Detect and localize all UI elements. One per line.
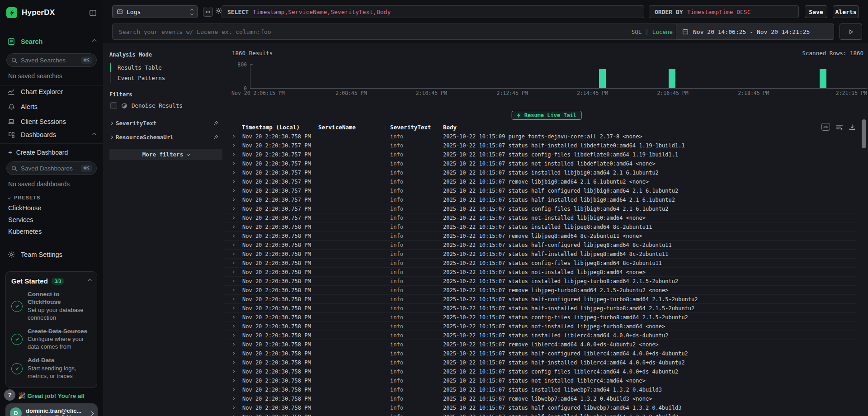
expand-row-chevron-icon[interactable] [225,153,239,156]
mode-event-patterns[interactable]: Event Patterns [111,73,220,83]
log-row[interactable]: Nov 20 2:20:30.758 PM info 2025-10-22 10… [225,358,857,367]
column-resize-handle[interactable] [437,124,437,130]
language-lucene-option[interactable]: Lucene [652,28,673,35]
log-row[interactable]: Nov 20 2:20:30.758 PM info 2025-10-22 10… [225,367,857,376]
help-button[interactable]: ? [4,389,15,401]
sidebar-item-chart-explorer[interactable]: Chart Explorer [0,84,103,99]
expand-row-chevron-icon[interactable] [225,280,239,282]
resume-live-tail-button[interactable]: Resume Live Tail [512,111,582,120]
expand-row-chevron-icon[interactable] [225,307,239,309]
chevron-up-icon[interactable] [92,39,97,44]
log-row[interactable]: Nov 20 2:20:30.758 PM info 2025-10-22 10… [225,340,857,349]
expand-row-chevron-icon[interactable] [225,388,239,391]
filter-group-severitytext[interactable]: SeverityText [109,116,220,130]
expand-row-chevron-icon[interactable] [225,379,239,382]
expand-row-chevron-icon[interactable] [225,397,239,400]
create-dashboard-button[interactable]: + Create Dashboard [0,144,103,157]
log-row[interactable]: Nov 20 2:20:30.758 PM info 2025-10-22 10… [225,322,857,331]
log-row[interactable]: Nov 20 2:20:30.758 PM info 2025-10-22 10… [225,277,857,286]
expand-row-chevron-icon[interactable] [225,144,239,147]
get-started-item[interactable]: Connect to ClickHouse Set up your databa… [11,291,91,322]
expand-row-chevron-icon[interactable] [225,370,239,373]
expand-row-chevron-icon[interactable] [225,208,239,210]
log-row[interactable]: Nov 20 2:20:30.757 PM info 2025-10-22 10… [225,204,857,213]
column-header-body[interactable]: Body [443,124,857,131]
sidebar-item-alerts[interactable]: Alerts [0,99,103,114]
expand-row-chevron-icon[interactable] [225,262,239,264]
log-row[interactable]: Nov 20 2:20:30.758 PM info 2025-10-22 10… [225,349,857,358]
save-button[interactable]: Save [805,5,827,18]
log-row[interactable]: Nov 20 2:20:30.757 PM info 2025-10-22 10… [225,186,857,195]
column-resize-handle[interactable] [386,124,386,130]
log-row[interactable]: Nov 20 2:20:30.757 PM info 2025-10-22 10… [225,213,857,222]
log-row[interactable]: Nov 20 2:20:30.758 PM info 2025-10-22 10… [225,394,857,403]
table-scrollbar[interactable] [862,119,866,414]
user-menu[interactable]: D dominic.tran@clic... dominic.tran@clic… [5,403,98,416]
expand-row-chevron-icon[interactable] [225,135,239,137]
run-query-button[interactable] [840,24,862,40]
pin-icon[interactable] [213,134,219,140]
filter-group-resourceschemaurl[interactable]: ResourceSchemaUrl [109,130,220,144]
expand-row-chevron-icon[interactable] [225,244,239,246]
expand-row-chevron-icon[interactable] [225,271,239,273]
sidebar-item-team-settings[interactable]: Team Settings [0,247,103,262]
log-row[interactable]: Nov 20 2:20:30.758 PM info 2025-10-22 10… [225,412,857,416]
log-row[interactable]: Nov 20 2:20:30.757 PM info 2025-10-22 10… [225,141,857,150]
log-row[interactable]: Nov 20 2:20:30.757 PM info 2025-10-22 10… [225,195,857,204]
expand-row-chevron-icon[interactable] [225,352,239,355]
chevron-up-icon[interactable] [92,132,97,137]
log-row[interactable]: Nov 20 2:20:30.758 PM info 2025-10-22 10… [225,268,857,277]
log-row[interactable]: Nov 20 2:20:30.758 PM info 2025-10-22 10… [225,313,857,322]
expand-row-chevron-icon[interactable] [225,325,239,327]
preset-dashboard-item[interactable]: Services [0,214,103,226]
collapse-sidebar-icon[interactable] [89,9,97,17]
log-row[interactable]: Nov 20 2:20:30.757 PM info 2025-10-22 10… [225,150,857,159]
expand-row-chevron-icon[interactable] [225,361,239,364]
log-row[interactable]: Nov 20 2:20:30.758 PM info 2025-10-22 10… [225,232,857,241]
code-toggle-icon[interactable]: <> [203,7,213,17]
column-header-timestamp[interactable]: Timestamp (Local) [239,124,318,131]
log-row[interactable]: Nov 20 2:20:30.758 PM info 2025-10-22 10… [225,250,857,259]
column-resize-handle[interactable] [313,124,313,130]
expand-row-chevron-icon[interactable] [225,253,239,255]
lucene-search-input[interactable]: Search your events w/ Lucene ex. column:… [112,24,679,40]
expand-row-chevron-icon[interactable] [225,343,239,345]
get-started-item[interactable]: Add Data Start sending logs, metrics, or… [11,357,91,380]
download-icon[interactable] [849,124,855,130]
language-sql-option[interactable]: SQL [632,28,642,35]
expand-row-chevron-icon[interactable] [225,189,239,192]
log-row[interactable]: Nov 20 2:20:30.757 PM info 2025-10-22 10… [225,168,857,177]
column-header-servicename[interactable]: ServiceName [318,124,390,131]
log-row[interactable]: Nov 20 2:20:30.758 PM info 2025-10-22 10… [225,222,857,232]
scrollbar-thumb[interactable] [862,119,866,148]
log-row[interactable]: Nov 20 2:20:30.757 PM info 2025-10-22 10… [225,159,857,168]
log-row[interactable]: Nov 20 2:20:30.757 PM info 2025-10-22 10… [225,177,857,186]
log-row[interactable]: Nov 20 2:20:30.758 PM info 2025-10-22 10… [225,331,857,340]
date-range-picker[interactable]: Nov 20 14:06:25 - Nov 20 14:21:25 [676,24,834,40]
preset-dashboard-item[interactable]: Kubernetes [0,226,103,237]
order-by-input[interactable]: ORDER BY TimestampTime DESC [649,5,799,18]
expand-row-chevron-icon[interactable] [225,217,239,219]
log-row[interactable]: Nov 20 2:20:30.758 PM info 2025-10-22 10… [225,385,857,394]
expand-row-chevron-icon[interactable] [225,407,239,409]
denoise-label[interactable]: Denoise Results [132,102,183,109]
expand-row-chevron-icon[interactable] [225,289,239,291]
column-header-severitytext[interactable]: SeverityText [390,124,443,131]
expand-row-chevron-icon[interactable] [225,235,239,237]
chevron-up-icon[interactable] [88,279,92,284]
expand-row-chevron-icon[interactable] [225,171,239,174]
results-histogram[interactable] [250,64,867,89]
log-row[interactable]: Nov 20 2:20:30.758 PM info 2025-10-22 10… [225,241,857,250]
log-row[interactable]: Nov 20 2:20:30.758 PM info 2025-10-22 10… [225,132,857,141]
sidebar-item-client-sessions[interactable]: Client Sessions [0,114,103,129]
expand-row-chevron-icon[interactable] [225,199,239,201]
log-row[interactable]: Nov 20 2:20:30.758 PM info 2025-10-22 10… [225,376,857,385]
pin-icon[interactable] [213,120,219,126]
denoise-checkbox[interactable] [110,102,117,109]
log-row[interactable]: Nov 20 2:20:30.758 PM info 2025-10-22 10… [225,259,857,268]
log-row[interactable]: Nov 20 2:20:30.758 PM info 2025-10-22 10… [225,286,857,295]
log-row[interactable]: Nov 20 2:20:30.758 PM info 2025-10-22 10… [225,295,857,304]
log-row[interactable]: Nov 20 2:20:30.758 PM info 2025-10-22 10… [225,304,857,313]
more-filters-button[interactable]: More filters [109,149,222,160]
preset-dashboard-item[interactable]: ClickHouse [0,202,103,214]
